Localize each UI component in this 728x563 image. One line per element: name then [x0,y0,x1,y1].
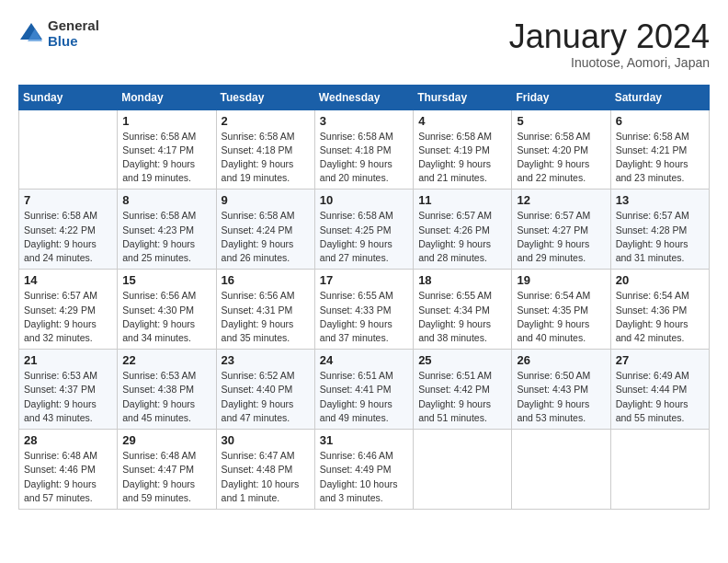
calendar-cell: 19Sunrise: 6:54 AM Sunset: 4:35 PM Dayli… [512,270,610,350]
calendar-cell: 24Sunrise: 6:51 AM Sunset: 4:41 PM Dayli… [314,350,413,430]
day-number: 28 [24,433,112,447]
calendar-cell: 20Sunrise: 6:54 AM Sunset: 4:36 PM Dayli… [610,270,709,350]
logo: General Blue [18,18,99,49]
logo-icon [18,21,44,47]
day-info: Sunrise: 6:58 AM Sunset: 4:25 PM Dayligh… [320,209,408,265]
weekday-header-sunday: Sunday [19,85,118,109]
day-number: 16 [222,273,310,287]
day-info: Sunrise: 6:55 AM Sunset: 4:33 PM Dayligh… [320,289,408,345]
calendar-cell: 3Sunrise: 6:58 AM Sunset: 4:18 PM Daylig… [314,109,413,190]
calendar-table: SundayMondayTuesdayWednesdayThursdayFrid… [18,85,710,510]
day-info: Sunrise: 6:58 AM Sunset: 4:18 PM Dayligh… [320,130,408,186]
calendar-cell: 10Sunrise: 6:58 AM Sunset: 4:25 PM Dayli… [314,190,413,270]
day-info: Sunrise: 6:51 AM Sunset: 4:42 PM Dayligh… [418,369,506,425]
day-info: Sunrise: 6:51 AM Sunset: 4:41 PM Dayligh… [320,369,408,425]
day-info: Sunrise: 6:53 AM Sunset: 4:38 PM Dayligh… [122,369,210,425]
day-info: Sunrise: 6:58 AM Sunset: 4:19 PM Dayligh… [418,130,506,186]
logo-text: General Blue [48,18,99,49]
calendar-cell: 31Sunrise: 6:46 AM Sunset: 4:49 PM Dayli… [314,430,413,510]
day-info: Sunrise: 6:57 AM Sunset: 4:28 PM Dayligh… [616,209,704,265]
day-info: Sunrise: 6:58 AM Sunset: 4:21 PM Dayligh… [616,130,704,186]
calendar-cell: 12Sunrise: 6:57 AM Sunset: 4:27 PM Dayli… [512,190,610,270]
day-info: Sunrise: 6:54 AM Sunset: 4:36 PM Dayligh… [616,289,704,345]
weekday-header-monday: Monday [118,85,216,109]
day-number: 22 [122,353,210,367]
weekday-header-wednesday: Wednesday [314,85,413,109]
calendar-cell: 23Sunrise: 6:52 AM Sunset: 4:40 PM Dayli… [216,350,314,430]
calendar-week-4: 21Sunrise: 6:53 AM Sunset: 4:37 PM Dayli… [19,350,710,430]
calendar-cell: 4Sunrise: 6:58 AM Sunset: 4:19 PM Daylig… [414,109,512,190]
day-number: 29 [122,433,210,447]
calendar-cell [19,109,118,190]
calendar-cell: 8Sunrise: 6:58 AM Sunset: 4:23 PM Daylig… [118,190,216,270]
calendar-cell: 6Sunrise: 6:58 AM Sunset: 4:21 PM Daylig… [610,109,709,190]
day-info: Sunrise: 6:55 AM Sunset: 4:34 PM Dayligh… [418,289,506,345]
day-info: Sunrise: 6:58 AM Sunset: 4:22 PM Dayligh… [24,209,112,265]
calendar-cell: 28Sunrise: 6:48 AM Sunset: 4:46 PM Dayli… [19,430,118,510]
calendar-cell: 18Sunrise: 6:55 AM Sunset: 4:34 PM Dayli… [414,270,512,350]
calendar-cell: 30Sunrise: 6:47 AM Sunset: 4:48 PM Dayli… [216,430,314,510]
day-info: Sunrise: 6:49 AM Sunset: 4:44 PM Dayligh… [616,369,704,425]
day-number: 31 [320,433,408,447]
calendar-cell [414,430,512,510]
day-info: Sunrise: 6:54 AM Sunset: 4:35 PM Dayligh… [517,289,605,345]
day-info: Sunrise: 6:57 AM Sunset: 4:29 PM Dayligh… [24,289,112,345]
day-number: 20 [616,273,704,287]
weekday-header-saturday: Saturday [610,85,709,109]
calendar-cell: 1Sunrise: 6:58 AM Sunset: 4:17 PM Daylig… [118,109,216,190]
day-number: 5 [517,114,605,128]
day-number: 11 [418,193,506,207]
day-info: Sunrise: 6:50 AM Sunset: 4:43 PM Dayligh… [517,369,605,425]
day-info: Sunrise: 6:56 AM Sunset: 4:31 PM Dayligh… [222,289,310,345]
calendar-cell: 17Sunrise: 6:55 AM Sunset: 4:33 PM Dayli… [314,270,413,350]
calendar-cell: 25Sunrise: 6:51 AM Sunset: 4:42 PM Dayli… [414,350,512,430]
calendar-cell [610,430,709,510]
day-number: 21 [24,353,112,367]
day-number: 24 [320,353,408,367]
day-info: Sunrise: 6:58 AM Sunset: 4:20 PM Dayligh… [517,130,605,186]
day-info: Sunrise: 6:48 AM Sunset: 4:46 PM Dayligh… [24,449,112,505]
page-header: General Blue January 2024 Inuotose, Aomo… [18,18,710,70]
calendar-cell: 29Sunrise: 6:48 AM Sunset: 4:47 PM Dayli… [118,430,216,510]
calendar-cell: 13Sunrise: 6:57 AM Sunset: 4:28 PM Dayli… [610,190,709,270]
month-title: January 2024 [509,18,710,55]
day-number: 14 [24,273,112,287]
calendar-cell: 14Sunrise: 6:57 AM Sunset: 4:29 PM Dayli… [19,270,118,350]
calendar-cell: 11Sunrise: 6:57 AM Sunset: 4:26 PM Dayli… [414,190,512,270]
day-info: Sunrise: 6:58 AM Sunset: 4:18 PM Dayligh… [222,130,310,186]
day-info: Sunrise: 6:46 AM Sunset: 4:49 PM Dayligh… [320,449,408,505]
day-number: 1 [122,114,210,128]
day-number: 4 [418,114,506,128]
day-number: 19 [517,273,605,287]
calendar-cell: 26Sunrise: 6:50 AM Sunset: 4:43 PM Dayli… [512,350,610,430]
day-number: 8 [122,193,210,207]
day-info: Sunrise: 6:58 AM Sunset: 4:24 PM Dayligh… [222,209,310,265]
day-number: 17 [320,273,408,287]
day-number: 10 [320,193,408,207]
calendar-week-3: 14Sunrise: 6:57 AM Sunset: 4:29 PM Dayli… [19,270,710,350]
calendar-cell: 9Sunrise: 6:58 AM Sunset: 4:24 PM Daylig… [216,190,314,270]
day-number: 15 [122,273,210,287]
day-info: Sunrise: 6:56 AM Sunset: 4:30 PM Dayligh… [122,289,210,345]
day-info: Sunrise: 6:58 AM Sunset: 4:17 PM Dayligh… [122,130,210,186]
calendar-cell: 27Sunrise: 6:49 AM Sunset: 4:44 PM Dayli… [610,350,709,430]
calendar-cell: 16Sunrise: 6:56 AM Sunset: 4:31 PM Dayli… [216,270,314,350]
calendar-cell [512,430,610,510]
day-number: 9 [222,193,310,207]
day-info: Sunrise: 6:53 AM Sunset: 4:37 PM Dayligh… [24,369,112,425]
day-number: 2 [222,114,310,128]
day-info: Sunrise: 6:52 AM Sunset: 4:40 PM Dayligh… [222,369,310,425]
day-number: 7 [24,193,112,207]
title-block: January 2024 Inuotose, Aomori, Japan [509,18,710,70]
day-number: 6 [616,114,704,128]
weekday-header-thursday: Thursday [414,85,512,109]
day-info: Sunrise: 6:57 AM Sunset: 4:26 PM Dayligh… [418,209,506,265]
calendar-week-2: 7Sunrise: 6:58 AM Sunset: 4:22 PM Daylig… [19,190,710,270]
calendar-week-1: 1Sunrise: 6:58 AM Sunset: 4:17 PM Daylig… [19,109,710,190]
day-number: 30 [222,433,310,447]
calendar-cell: 22Sunrise: 6:53 AM Sunset: 4:38 PM Dayli… [118,350,216,430]
day-number: 26 [517,353,605,367]
calendar-cell: 15Sunrise: 6:56 AM Sunset: 4:30 PM Dayli… [118,270,216,350]
calendar-header-row: SundayMondayTuesdayWednesdayThursdayFrid… [19,85,710,109]
calendar-cell: 2Sunrise: 6:58 AM Sunset: 4:18 PM Daylig… [216,109,314,190]
